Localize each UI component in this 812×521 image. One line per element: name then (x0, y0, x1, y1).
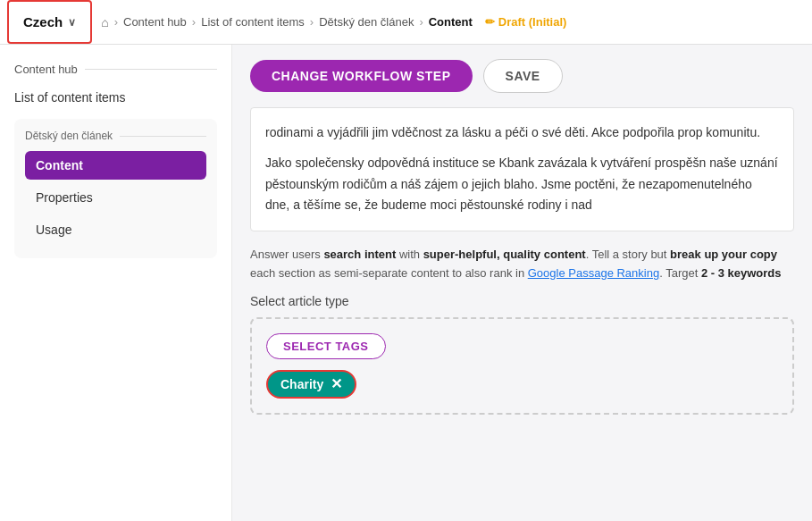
breadcrumb-sep-0: › (114, 15, 118, 29)
breadcrumb-current: Content (429, 15, 473, 29)
breadcrumb-list[interactable]: List of content items (201, 15, 305, 29)
home-icon[interactable]: ⌂ (101, 15, 108, 29)
breadcrumb: ⌂ › Content hub › List of content items … (101, 15, 566, 29)
tag-charity-label: Charity (280, 377, 323, 391)
seo-break-copy: break up your copy (670, 248, 777, 261)
draft-badge: ✏ Draft (Initial) (485, 15, 567, 29)
article-text-block: rodinami a vyjádřili jim vděčnost za lás… (250, 107, 794, 231)
article-paragraph-2: Jako společensky odpovědná instituce se … (265, 153, 779, 216)
sidebar-section-content-hub: Content hub (14, 63, 217, 76)
sidebar-item-usage-label: Usage (36, 223, 71, 237)
article-type-label: Select article type (250, 294, 794, 308)
article-type-section: Select article type SELECT TAGS Charity … (250, 294, 794, 415)
language-selector[interactable]: Czech ∨ (7, 0, 92, 44)
sidebar-list-item[interactable]: List of content items (14, 87, 217, 108)
select-tags-button[interactable]: SELECT TAGS (266, 333, 386, 359)
sidebar-section-title-label: Content hub (14, 63, 78, 76)
tag-charity-close-icon[interactable]: ✕ (331, 377, 342, 391)
breadcrumb-content-hub[interactable]: Content hub (123, 15, 187, 29)
breadcrumb-sep-3: › (419, 15, 423, 29)
breadcrumb-sep-1: › (192, 15, 196, 29)
lang-label: Czech (23, 14, 63, 29)
toolbar: CHANGE WORKFLOW STEP SAVE (232, 45, 812, 107)
draft-label: Draft (Initial) (498, 15, 567, 29)
sidebar-item-content-label: Content (36, 158, 83, 172)
seo-keywords: 2 - 3 keywords (701, 266, 782, 280)
seo-search-intent: search intent (323, 248, 396, 261)
sidebar-item-properties-label: Properties (36, 190, 93, 205)
content-area: CHANGE WORKFLOW STEP SAVE rodinami a vyj… (232, 45, 812, 521)
chevron-down-icon: ∨ (68, 16, 76, 29)
sidebar-item-properties[interactable]: Properties (25, 183, 206, 212)
sidebar: Content hub List of content items Dětský… (0, 45, 232, 521)
article-paragraph-1: rodinami a vyjádřili jim vděčnost za lás… (265, 122, 779, 144)
main-layout: Content hub List of content items Dětský… (0, 45, 812, 521)
tag-charity[interactable]: Charity ✕ (266, 370, 356, 399)
sidebar-sub-title: Dětský den článek (25, 130, 206, 142)
header: Czech ∨ ⌂ › Content hub › List of conten… (0, 0, 812, 45)
article-content: rodinami a vyjádřili jim vděčnost za lás… (232, 107, 812, 521)
sidebar-sub-title-label: Dětský den článek (25, 130, 113, 142)
breadcrumb-sep-2: › (310, 15, 314, 29)
pencil-icon: ✏ (485, 15, 495, 29)
seo-quality: super-helpful, quality content (423, 248, 586, 261)
tags-container: SELECT TAGS Charity ✕ (250, 317, 794, 415)
sidebar-item-usage[interactable]: Usage (25, 215, 206, 244)
seo-google-link[interactable]: Google Passage Ranking (528, 266, 659, 280)
sidebar-item-content[interactable]: Content (25, 151, 206, 180)
sidebar-subsection: Dětský den článek Content Properties Usa… (14, 119, 217, 258)
breadcrumb-article[interactable]: Dětský den článek (319, 15, 414, 29)
sidebar-list-item-label: List of content items (14, 90, 126, 105)
change-workflow-button[interactable]: CHANGE WORKFLOW STEP (250, 60, 473, 92)
seo-hint: Answer users search intent with super-he… (250, 246, 794, 283)
save-button[interactable]: SAVE (483, 59, 563, 93)
